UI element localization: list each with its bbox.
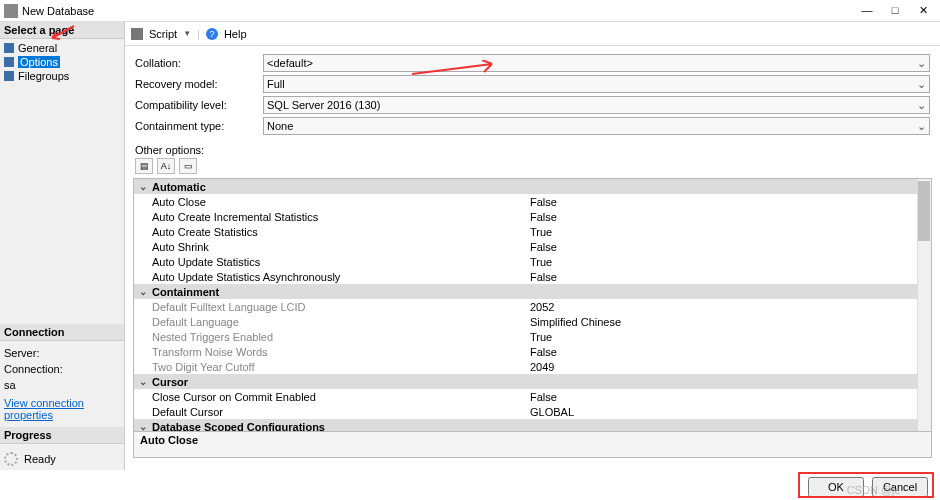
- property-row[interactable]: Nested Triggers EnabledTrue: [134, 329, 931, 344]
- progress-status: Ready: [24, 453, 56, 465]
- connection-label: Connection:: [4, 363, 120, 375]
- property-value[interactable]: False: [530, 241, 931, 253]
- property-value[interactable]: Simplified Chinese: [530, 316, 931, 328]
- recovery-model-select[interactable]: Full: [263, 75, 930, 93]
- property-name: Auto Update Statistics: [150, 256, 530, 268]
- help-icon: ?: [206, 28, 218, 40]
- property-value[interactable]: True: [530, 256, 931, 268]
- page-label: Options: [18, 56, 60, 68]
- page-icon: [4, 57, 14, 67]
- dialog-footer: OK Cancel CSDN @jc: [0, 472, 940, 500]
- script-dropdown-icon[interactable]: ▼: [183, 29, 191, 38]
- property-name: Auto Update Statistics Asynchronously: [150, 271, 530, 283]
- property-value[interactable]: False: [530, 196, 931, 208]
- property-value[interactable]: False: [530, 271, 931, 283]
- minimize-button[interactable]: —: [860, 4, 874, 17]
- app-icon: [4, 4, 18, 18]
- property-value[interactable]: False: [530, 346, 931, 358]
- property-value[interactable]: True: [530, 331, 931, 343]
- property-value[interactable]: GLOBAL: [530, 406, 931, 418]
- view-connection-link[interactable]: View connection properties: [4, 397, 120, 421]
- script-button[interactable]: Script: [149, 28, 177, 40]
- maximize-button[interactable]: □: [888, 4, 902, 17]
- property-row[interactable]: Default LanguageSimplified Chinese: [134, 314, 931, 329]
- property-row[interactable]: Auto ShrinkFalse: [134, 239, 931, 254]
- titlebar: New Database — □ ✕: [0, 0, 940, 22]
- property-row[interactable]: Close Cursor on Commit EnabledFalse: [134, 389, 931, 404]
- sidebar-progress-header: Progress: [0, 427, 124, 444]
- property-row[interactable]: Auto CloseFalse: [134, 194, 931, 209]
- property-name: Auto Close: [150, 196, 530, 208]
- property-name: Nested Triggers Enabled: [150, 331, 530, 343]
- collation-label: Collation:: [135, 57, 263, 69]
- expand-icon[interactable]: ⌄: [136, 181, 150, 192]
- category-containment[interactable]: ⌄Containment: [134, 284, 931, 299]
- containment-type-select[interactable]: None: [263, 117, 930, 135]
- sidebar-page-options[interactable]: Options: [0, 55, 124, 69]
- property-row[interactable]: Auto Update Statistics AsynchronouslyFal…: [134, 269, 931, 284]
- property-value[interactable]: True: [530, 226, 931, 238]
- expand-icon[interactable]: ⌄: [136, 286, 150, 297]
- property-name: Default Language: [150, 316, 530, 328]
- close-button[interactable]: ✕: [916, 4, 930, 17]
- property-description: Auto Close: [134, 431, 931, 457]
- property-value[interactable]: False: [530, 211, 931, 223]
- property-row[interactable]: Auto Create StatisticsTrue: [134, 224, 931, 239]
- sidebar-page-filegroups[interactable]: Filegroups: [0, 69, 124, 83]
- property-name: Auto Create Incremental Statistics: [150, 211, 530, 223]
- category-database-scoped-configurations[interactable]: ⌄Database Scoped Configurations: [134, 419, 931, 431]
- categorized-button[interactable]: ▤: [135, 158, 153, 174]
- sidebar: Select a page GeneralOptionsFilegroups C…: [0, 22, 125, 470]
- property-name: Default Fulltext Language LCID: [150, 301, 530, 313]
- property-row[interactable]: Two Digit Year Cutoff2049: [134, 359, 931, 374]
- sidebar-page-general[interactable]: General: [0, 41, 124, 55]
- expand-icon[interactable]: ⌄: [136, 376, 150, 387]
- page-icon: [4, 71, 14, 81]
- category-automatic[interactable]: ⌄Automatic: [134, 179, 931, 194]
- collation-select[interactable]: <default>: [263, 54, 930, 72]
- compatibility-level-select[interactable]: SQL Server 2016 (130): [263, 96, 930, 114]
- content-pane: Script ▼ | ? Help Collation: <default> R…: [125, 22, 940, 470]
- alphabetical-button[interactable]: A↓: [157, 158, 175, 174]
- watermark: CSDN @jc: [847, 484, 900, 496]
- containment-type-label: Containment type:: [135, 120, 263, 132]
- property-row[interactable]: Default Fulltext Language LCID2052: [134, 299, 931, 314]
- other-options-label: Other options:: [125, 138, 940, 158]
- page-label: Filegroups: [18, 70, 69, 82]
- scrollbar[interactable]: [917, 179, 931, 431]
- help-button[interactable]: Help: [224, 28, 247, 40]
- connection-value: sa: [4, 379, 120, 391]
- options-property-grid[interactable]: ⌄AutomaticAuto CloseFalseAuto Create Inc…: [134, 179, 931, 431]
- property-name: Close Cursor on Commit Enabled: [150, 391, 530, 403]
- page-icon: [4, 43, 14, 53]
- recovery-model-label: Recovery model:: [135, 78, 263, 90]
- script-icon: [131, 28, 143, 40]
- progress-spinner-icon: [4, 452, 18, 466]
- property-value[interactable]: False: [530, 391, 931, 403]
- sidebar-connection-header: Connection: [0, 324, 124, 341]
- property-name: Two Digit Year Cutoff: [150, 361, 530, 373]
- toolbar: Script ▼ | ? Help: [125, 22, 940, 46]
- property-row[interactable]: Transform Noise WordsFalse: [134, 344, 931, 359]
- property-pages-button[interactable]: ▭: [179, 158, 197, 174]
- compatibility-level-label: Compatibility level:: [135, 99, 263, 111]
- property-value[interactable]: 2049: [530, 361, 931, 373]
- property-row[interactable]: Auto Update StatisticsTrue: [134, 254, 931, 269]
- property-name: Transform Noise Words: [150, 346, 530, 358]
- property-name: Auto Shrink: [150, 241, 530, 253]
- page-label: General: [18, 42, 57, 54]
- category-cursor[interactable]: ⌄Cursor: [134, 374, 931, 389]
- sidebar-select-page-header: Select a page: [0, 22, 124, 39]
- property-row[interactable]: Auto Create Incremental StatisticsFalse: [134, 209, 931, 224]
- expand-icon[interactable]: ⌄: [136, 421, 150, 431]
- property-name: Default Cursor: [150, 406, 530, 418]
- scrollbar-thumb[interactable]: [918, 181, 930, 241]
- window-title: New Database: [22, 5, 860, 17]
- property-name: Auto Create Statistics: [150, 226, 530, 238]
- property-row[interactable]: Default CursorGLOBAL: [134, 404, 931, 419]
- property-value[interactable]: 2052: [530, 301, 931, 313]
- server-label: Server:: [4, 347, 120, 359]
